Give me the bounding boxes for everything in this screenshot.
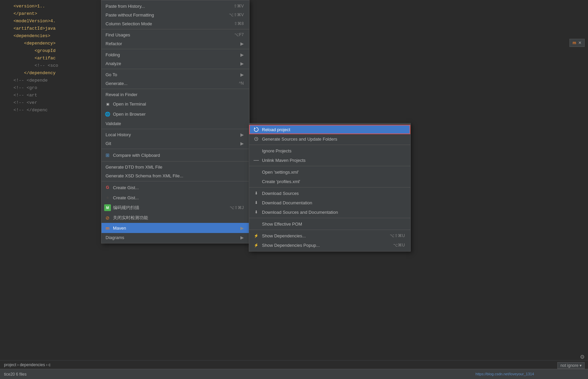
menu-separator (101, 29, 249, 29)
maven-item-create-profiles[interactable]: Create 'profiles.xml' (249, 177, 410, 186)
gist-icon-1: G (104, 184, 111, 191)
notification-close-button[interactable]: ✕ (578, 40, 582, 45)
url-bar: https://blog.csdn.net/loveyour_1314 (475, 369, 534, 379)
generate-sources-icon (253, 136, 259, 142)
menu-item-paste-no-format[interactable]: Paste without Formatting ⌥⇧⌘V (101, 10, 249, 19)
code-line: <version>1.. (0, 3, 105, 10)
menu-item-reveal-finder[interactable]: Reveal in Finder (101, 90, 249, 99)
unlink-maven-icon: — (253, 157, 259, 163)
menu-separator (101, 89, 249, 89)
menu-separator (101, 181, 249, 181)
maven-item-ignore-projects[interactable]: Ignore Projects (249, 146, 410, 155)
gear-button[interactable]: ⚙ (580, 354, 585, 360)
menu-item-column-mode[interactable]: Column Selection Mode ⇧⌘8 (101, 19, 249, 28)
menu-item-create-gist-2[interactable]: ● Create Gist... (101, 193, 249, 203)
menu-item-maven[interactable]: m Maven ▶ (101, 223, 249, 233)
breadcrumb: project › dependencies › c (4, 362, 51, 367)
maven-item-generate-sources[interactable]: Generate Sources and Update Folders (249, 134, 410, 144)
close-realtime-icon: ⊘ (104, 214, 111, 221)
maven-item-show-effective-pom[interactable]: Show Effective POM (249, 219, 410, 229)
menu-separator (101, 129, 249, 129)
open-settings-icon (253, 169, 259, 175)
code-line: <modelVersion>4. (0, 18, 105, 25)
download-both-icon: ⬇ (253, 209, 259, 215)
menu-item-diagrams[interactable]: Diagrams ▶ (101, 233, 249, 242)
breadcrumb-bar: project › dependencies › c (0, 360, 588, 369)
menu-item-local-history[interactable]: Local History ▶ (101, 130, 249, 139)
maven-item-download-sources[interactable]: ⬇ Download Sources (249, 188, 410, 198)
notification-widget: m ✕ (569, 39, 585, 47)
menu-item-refactor[interactable]: Refactor ▶ (101, 39, 249, 48)
menu-item-gen-dtd[interactable]: Generate DTD from XML File (101, 163, 249, 171)
code-line: <groupId (0, 47, 105, 55)
maven-icon: m (104, 225, 111, 231)
effective-pom-icon (253, 221, 259, 227)
main-context-menu: Paste from History... ⇧⌘V Paste without … (101, 0, 249, 243)
code-line: <!-- <gro (0, 84, 105, 92)
browser-icon: 🌐 (104, 111, 111, 117)
maven-separator (249, 230, 410, 230)
maven-item-show-deps-popup[interactable]: ⚡ Show Dependencies Popup... ⌥⌘U (249, 240, 410, 250)
menu-separator (101, 149, 249, 149)
maven-separator (249, 166, 410, 166)
show-deps-icon: ⚡ (253, 233, 259, 239)
code-line: <!-- <depende (0, 77, 105, 84)
notification-maven-icon: m (572, 40, 576, 45)
menu-separator (101, 69, 249, 69)
file-info: tice20 6 files (4, 372, 27, 377)
show-deps-popup-icon: ⚡ (253, 242, 259, 248)
menu-item-generate[interactable]: Generate... ^N (101, 79, 249, 88)
maven-separator (249, 218, 410, 218)
download-sources-icon: ⬇ (253, 190, 259, 196)
menu-item-folding[interactable]: Folding ▶ (101, 50, 249, 59)
code-line: <!-- <ver (0, 99, 105, 107)
code-line: </parent> (0, 10, 105, 18)
maven-item-unlink-maven[interactable]: — Unlink Maven Projects (249, 155, 410, 165)
code-line: <dependencies> (0, 32, 105, 40)
menu-item-code-scan[interactable]: M 编码规约扫描 ⌥⇧⌘J (101, 203, 249, 213)
menu-item-go-to[interactable]: Go To ▶ (101, 70, 249, 79)
code-line: <!-- </depenc (0, 107, 105, 114)
maven-item-open-settings[interactable]: Open 'settings.xml' (249, 167, 410, 177)
code-scan-icon: M (104, 204, 111, 211)
maven-separator (249, 187, 410, 187)
menu-item-paste-history[interactable]: Paste from History... ⇧⌘V (101, 2, 249, 10)
maven-item-reload[interactable]: Reload project (249, 125, 410, 134)
maven-submenu: Reload project Generate Sources and Upda… (249, 123, 411, 252)
menu-item-analyze[interactable]: Analyze ▶ (101, 59, 249, 68)
menu-separator (101, 161, 249, 162)
code-line: </dependency (0, 69, 105, 77)
maven-item-show-dependencies[interactable]: ⚡ Show Dependencies... ⌥⇧⌘U (249, 231, 410, 240)
menu-item-create-gist-1[interactable]: G Create Gist... (101, 182, 249, 193)
code-line: <dependency> (0, 40, 105, 47)
not-ignore-dropdown[interactable]: not ignore ▾ (557, 362, 585, 369)
create-profiles-icon (253, 178, 259, 184)
code-editor: <version>1.. </parent> <modelVersion>4. … (0, 0, 105, 379)
reload-icon (253, 126, 259, 133)
download-docs-icon: ⬇ (253, 200, 259, 206)
code-line: <!-- <art (0, 92, 105, 99)
maven-separator (249, 145, 410, 145)
maven-item-download-both[interactable]: ⬇ Download Sources and Documentation (249, 207, 410, 217)
menu-separator (101, 49, 249, 49)
code-line: <artifactId>java (0, 25, 105, 32)
menu-item-compare-clipboard[interactable]: ⊞ Compare with Clipboard (101, 150, 249, 160)
url-text: https://blog.csdn.net/loveyour_1314 (475, 372, 534, 376)
gist-icon-2: ● (104, 194, 111, 201)
menu-item-git[interactable]: Git ▶ (101, 139, 249, 148)
code-line: <artifac (0, 55, 105, 62)
terminal-icon: ▣ (104, 100, 111, 107)
code-line: <!-- <sco (0, 62, 105, 69)
menu-item-gen-xsd[interactable]: Generate XSD Schema from XML File... (101, 171, 249, 180)
menu-item-open-terminal[interactable]: ▣ Open in Terminal (101, 99, 249, 109)
menu-item-validate[interactable]: Validate (101, 119, 249, 128)
menu-item-close-realtime[interactable]: ⊘ 关闭实时检测功能 (101, 213, 249, 223)
menu-item-open-browser[interactable]: 🌐 Open in Browser (101, 109, 249, 119)
compare-icon: ⊞ (104, 152, 111, 158)
ignore-projects-icon (253, 148, 259, 154)
maven-item-download-docs[interactable]: ⬇ Download Documentation (249, 198, 410, 207)
menu-item-find-usages[interactable]: Find Usages ⌥F7 (101, 30, 249, 39)
